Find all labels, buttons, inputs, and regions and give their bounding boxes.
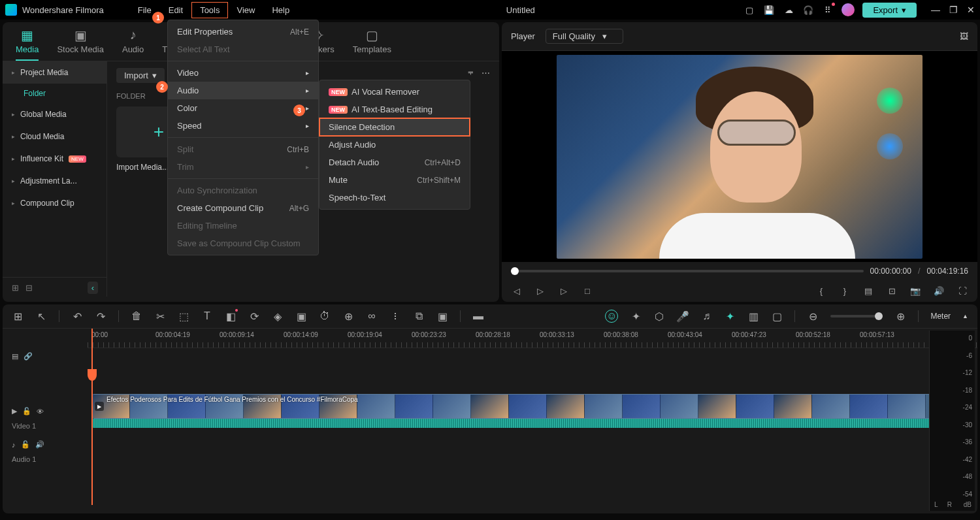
audio-submenu-adjust-audio[interactable]: Adjust Audio xyxy=(319,136,470,154)
filter-icon[interactable]: ⫧ xyxy=(466,68,475,78)
apps-icon[interactable]: ⠿ xyxy=(822,4,834,16)
close-button[interactable]: ✕ xyxy=(967,5,975,15)
mute-icon[interactable]: 🔊 xyxy=(35,440,44,449)
cut-icon[interactable]: ✂ xyxy=(154,310,166,322)
video-track-icon[interactable]: ▶ xyxy=(12,407,17,415)
group-icon[interactable]: ⧉ xyxy=(413,310,425,322)
sidebar-item-compound-clip[interactable]: ▸Compound Clip xyxy=(3,192,106,214)
tools-item-create-compound-clip[interactable]: Create Compound ClipAlt+G xyxy=(168,199,318,217)
menu-view[interactable]: View xyxy=(229,3,263,18)
audio-submenu-speech-to-text[interactable]: Speech-to-Text xyxy=(319,189,470,206)
zoom-slider[interactable] xyxy=(830,315,883,317)
mic-icon[interactable]: 🎤 xyxy=(677,310,689,322)
tab-media[interactable]: ▦Media xyxy=(16,27,39,61)
menu-help[interactable]: Help xyxy=(264,3,297,18)
frame-icon[interactable]: ▢ xyxy=(771,310,783,322)
caption-icon[interactable]: ▣ xyxy=(295,310,307,322)
video-preview[interactable] xyxy=(557,55,923,259)
sidebar-item-influence-kit[interactable]: ▸Influence Kit NEW xyxy=(3,148,106,170)
export-button[interactable]: Export▾ xyxy=(862,3,917,18)
video-clip[interactable]: ▶ Efectos Poderosos Para Edits de Fútbol… xyxy=(91,394,975,419)
redo-icon[interactable]: ↷ xyxy=(95,310,106,322)
sidebar-item-cloud-media[interactable]: ▸Cloud Media xyxy=(3,125,106,148)
link-toggle-icon[interactable]: 🔗 xyxy=(24,352,33,361)
sidebar-item-global-media[interactable]: ▸Global Media xyxy=(3,103,106,125)
delete-icon[interactable]: 🗑 xyxy=(131,310,142,322)
menu-tools[interactable]: Tools xyxy=(192,3,227,18)
music-icon[interactable]: ♬ xyxy=(700,310,712,322)
lock-icon2[interactable]: 🔓 xyxy=(21,440,30,449)
layers-toggle-icon[interactable]: ▤ xyxy=(12,352,18,361)
adjust-icon[interactable]: ⫶ xyxy=(389,310,401,322)
fullscreen-icon[interactable]: ⛶ xyxy=(956,285,968,297)
link-icon[interactable]: ∞ xyxy=(366,310,378,322)
folder-add-icon[interactable]: ⊞ xyxy=(12,283,19,293)
meter-label[interactable]: Meter xyxy=(930,312,951,321)
visibility-icon[interactable]: 👁 xyxy=(37,408,44,415)
folder-remove-icon[interactable]: ⊟ xyxy=(25,283,33,293)
audio-submenu-mute[interactable]: MuteCtrl+Shift+M xyxy=(319,171,470,189)
compare-icon[interactable]: ▤ xyxy=(862,285,874,297)
audio-waveform[interactable] xyxy=(91,419,975,428)
sparkle-icon[interactable]: ✦ xyxy=(630,310,642,322)
expand-icon[interactable]: ⊕ xyxy=(342,310,354,322)
smiley-icon[interactable]: ☺ xyxy=(605,310,618,323)
cloud-icon[interactable]: ☁ xyxy=(783,4,794,16)
tools-item-video[interactable]: Video▸ xyxy=(168,64,318,82)
progress-bar[interactable] xyxy=(511,270,864,272)
playhead-handle[interactable] xyxy=(88,369,97,381)
collapse-icon[interactable]: ‹ xyxy=(88,282,98,294)
mark-in-icon[interactable]: { xyxy=(815,285,827,297)
minimize-button[interactable]: — xyxy=(931,5,940,15)
layout-icon[interactable]: ▢ xyxy=(743,4,755,16)
play-backward-button[interactable]: ▷ xyxy=(534,285,546,297)
zoom-out-icon[interactable]: ⊖ xyxy=(807,310,819,322)
maximize-button[interactable]: ❐ xyxy=(949,5,958,15)
avatar[interactable] xyxy=(841,3,855,16)
speed-icon[interactable]: ⟳ xyxy=(248,310,260,322)
text-icon[interactable]: T xyxy=(201,310,213,322)
import-button[interactable]: Import▾ xyxy=(116,68,165,83)
tools-item-edit-properties[interactable]: Edit PropertiesAlt+E xyxy=(168,23,318,41)
lock-icon[interactable]: 🔓 xyxy=(22,407,31,415)
audio-submenu-ai-vocal-remover[interactable]: NEWAI Vocal Remover xyxy=(319,83,470,101)
keyframe-icon[interactable]: ◈ xyxy=(272,310,284,322)
timer-icon[interactable]: ⏱ xyxy=(319,310,331,322)
video-track[interactable]: ▶ Efectos Poderosos Para Edits de Fútbol… xyxy=(88,394,977,427)
sidebar-item-project-media[interactable]: ▸Project Media xyxy=(3,61,106,84)
prev-frame-button[interactable]: ◁ xyxy=(511,285,523,297)
crop-icon[interactable]: ⬚ xyxy=(178,310,189,322)
audio-track-icon[interactable]: ♪ xyxy=(12,441,16,449)
timeline-ruler[interactable]: 00:0000:00:04:1900:00:09:1400:00:14:0900… xyxy=(88,329,977,348)
menu-edit[interactable]: Edit xyxy=(161,3,191,18)
audio-submenu-detach-audio[interactable]: Detach AudioCtrl+Alt+D xyxy=(319,154,470,171)
mark-out-icon[interactable]: } xyxy=(839,285,851,297)
snapshot-icon[interactable]: 🖼 xyxy=(960,31,968,41)
sidebar-subitem-folder[interactable]: Folder xyxy=(3,84,106,103)
enhance-icon[interactable]: ✦ xyxy=(724,310,736,322)
cursor-icon[interactable]: ↖ xyxy=(35,310,47,322)
tab-templates[interactable]: ▢Templates xyxy=(353,27,391,61)
tools-item-speed[interactable]: Speed▸ xyxy=(168,117,318,135)
quality-select[interactable]: Full Quality ▾ xyxy=(546,29,623,44)
stop-button[interactable]: □ xyxy=(581,285,593,297)
undo-icon[interactable]: ↶ xyxy=(71,310,83,322)
video-icon[interactable]: ▬ xyxy=(472,310,484,322)
sidebar-item-adjustment-la-[interactable]: ▸Adjustment La... xyxy=(3,170,106,192)
headphones-icon[interactable]: 🎧 xyxy=(802,4,814,16)
audio-submenu-silence-detection[interactable]: Silence Detection xyxy=(319,118,470,136)
tab-stock-media[interactable]: ▣Stock Media xyxy=(57,27,104,61)
camera-icon[interactable]: 📷 xyxy=(909,285,921,297)
track-area[interactable]: 00:0000:00:04:1900:00:09:1400:00:14:0900… xyxy=(88,329,977,505)
color-icon[interactable]: ◧ xyxy=(225,310,237,322)
layout-icon2[interactable]: ▥ xyxy=(747,310,759,322)
shield-icon[interactable]: ⬡ xyxy=(653,310,665,322)
focus-icon[interactable]: ⊡ xyxy=(886,285,898,297)
playhead[interactable] xyxy=(91,329,93,505)
more-icon[interactable]: ⋯ xyxy=(482,68,490,78)
audio-submenu-ai-text-based-editing[interactable]: NEWAI Text-Based Editing xyxy=(319,101,470,118)
layers-icon[interactable]: ▣ xyxy=(436,310,448,322)
tools-item-audio[interactable]: Audio▸ xyxy=(168,82,318,99)
play-button[interactable]: ▷ xyxy=(558,285,570,297)
tab-audio[interactable]: ♪Audio xyxy=(122,27,144,61)
